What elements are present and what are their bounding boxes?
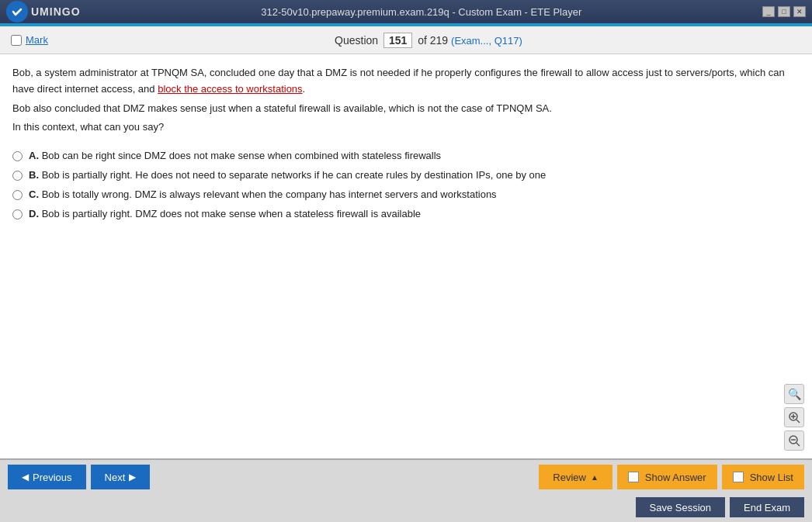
- svg-line-2: [796, 420, 800, 423]
- show-list-button[interactable]: Show List: [722, 465, 804, 489]
- search-icon[interactable]: 🔍: [784, 384, 804, 404]
- option-c-label: C. Bob is totally wrong. DMZ is always r…: [29, 188, 497, 200]
- question-number-area: Question 151 of 219 (Exam..., Q117): [56, 33, 801, 48]
- maximize-button[interactable]: □: [778, 6, 790, 17]
- title-bar-left: UMINGO: [6, 1, 81, 22]
- question-paragraph-2: Bob also concluded that DMZ makes sense …: [12, 101, 800, 117]
- of-label: of 219: [418, 34, 448, 47]
- zoom-out-icon[interactable]: [784, 430, 804, 451]
- option-d[interactable]: D. Bob is partially right. DMZ does not …: [12, 208, 800, 220]
- option-b[interactable]: B. Bob is partially right. He does not n…: [12, 169, 800, 181]
- option-d-label: D. Bob is partially right. DMZ does not …: [29, 208, 421, 220]
- show-answer-button[interactable]: Show Answer: [617, 465, 717, 489]
- close-button[interactable]: ✕: [793, 6, 806, 17]
- title-bar: UMINGO 312-50v10.prepaway.premium.exam.2…: [0, 0, 812, 23]
- window-title: 312-50v10.prepaway.premium.exam.219q - C…: [261, 6, 581, 18]
- show-answer-checkbox-icon: [628, 472, 639, 482]
- exam-ref: (Exam..., Q117): [451, 35, 522, 47]
- underline-block: block the access to workstations: [158, 83, 302, 95]
- minimize-button[interactable]: _: [762, 6, 775, 17]
- logo: UMINGO: [6, 1, 81, 22]
- zoom-in-icon[interactable]: [784, 407, 804, 427]
- question-paragraph-1: Bob, a system administrator at TPNQM SA,…: [12, 65, 800, 98]
- title-bar-controls: _ □ ✕: [762, 6, 806, 17]
- question-label: Question: [335, 34, 378, 47]
- review-button[interactable]: Review ▲: [539, 465, 612, 489]
- radio-a[interactable]: [12, 151, 23, 161]
- svg-line-6: [796, 443, 800, 446]
- question-text: Bob, a system administrator at TPNQM SA,…: [12, 65, 800, 136]
- review-arrow-icon: ▲: [591, 473, 599, 482]
- next-button[interactable]: Next ▶: [91, 465, 151, 489]
- mark-checkbox[interactable]: [11, 35, 22, 46]
- question-header: Mark Question 151 of 219 (Exam..., Q117): [0, 26, 812, 54]
- radio-d[interactable]: [12, 209, 23, 220]
- next-arrow-icon: ▶: [129, 472, 136, 482]
- prev-arrow-icon: ◀: [22, 472, 29, 482]
- end-exam-button[interactable]: End Exam: [730, 497, 804, 517]
- question-paragraph-3: In this context, what can you say?: [12, 119, 800, 136]
- option-b-label: B. Bob is partially right. He does not n…: [29, 169, 546, 181]
- svg-point-0: [10, 5, 24, 19]
- zoom-controls: 🔍: [784, 384, 804, 451]
- logo-icon: [6, 1, 28, 22]
- main-content: Bob, a system administrator at TPNQM SA,…: [0, 54, 812, 458]
- question-number: 151: [383, 33, 412, 48]
- save-session-button[interactable]: Save Session: [636, 497, 726, 517]
- option-a-label: A. Bob can be right since DMZ does not m…: [29, 150, 441, 161]
- option-a[interactable]: A. Bob can be right since DMZ does not m…: [12, 150, 800, 161]
- bottom-toolbar: ◀ Previous Next ▶ Review ▲ Show Answer S…: [0, 458, 812, 494]
- radio-b[interactable]: [12, 171, 23, 181]
- mark-label[interactable]: Mark: [26, 34, 48, 46]
- session-bar: Save Session End Exam: [0, 494, 812, 522]
- option-c[interactable]: C. Bob is totally wrong. DMZ is always r…: [12, 188, 800, 200]
- options-list: A. Bob can be right since DMZ does not m…: [12, 150, 800, 220]
- previous-button[interactable]: ◀ Previous: [8, 465, 86, 489]
- logo-text: UMINGO: [31, 5, 81, 18]
- show-list-checkbox-icon: [733, 472, 744, 482]
- radio-c[interactable]: [12, 190, 23, 200]
- mark-area[interactable]: Mark: [11, 34, 48, 46]
